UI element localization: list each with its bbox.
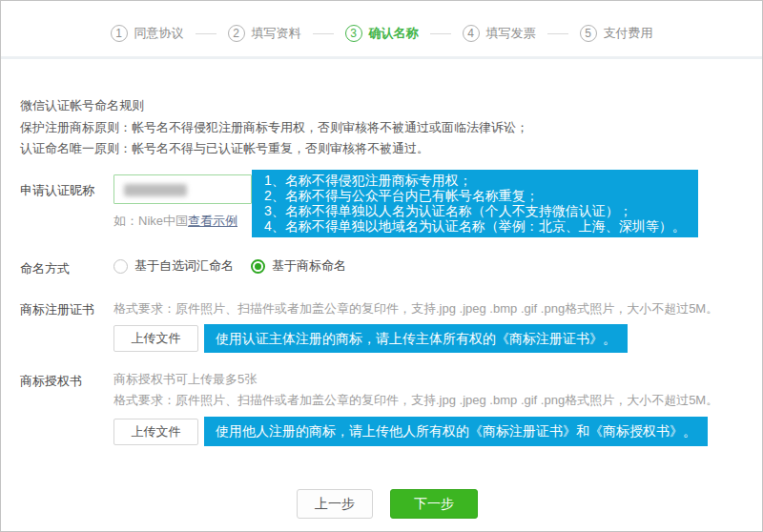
upload-authorization-button[interactable]: 上传文件	[113, 419, 198, 445]
nickname-hint: 如：Nike中国查看示例	[113, 213, 237, 230]
trademark-cert-format-requirements: 格式要求：原件照片、扫描件或者加盖公章的复印件，支持.jpg .jpeg .bm…	[113, 300, 718, 317]
nickname-blurred-value	[124, 184, 187, 196]
step-5-circle-icon: 5	[580, 25, 597, 42]
step-invoice: 4 填写发票	[463, 25, 536, 42]
authorization-format-requirements: 格式要求：原件照片、扫描件或者加盖公章的复印件，支持.jpg .jpeg .bm…	[113, 392, 718, 409]
step-separator	[196, 33, 217, 34]
radio-option-custom-words[interactable]: 基于自选词汇命名	[113, 257, 234, 275]
trademark-cert-label: 商标注册证书	[20, 301, 94, 318]
step-2-label: 填写资料	[252, 25, 301, 42]
radio-option-label: 基于商标命名	[272, 257, 346, 275]
nickname-input[interactable]	[113, 174, 252, 204]
step-confirm-name-active: 3 确认名称	[345, 25, 419, 42]
nickname-rule-2: 2、名称不得与公众平台内已有帐号名称重复；	[264, 188, 686, 203]
step-3-circle-icon: 3	[345, 25, 362, 42]
authorization-tooltip: 使用他人注册的商标，请上传他人所有权的《商标注册证书》和《商标授权书》。	[204, 417, 708, 446]
rule-unique-naming: 认证命名唯一原则：帐号名不得与已认证帐号重复，否则审核将不被通过。	[20, 140, 429, 157]
step-4-circle-icon: 4	[463, 25, 480, 42]
progress-stepper: 1 同意协议 2 填写资料 3 确认名称 4 填写发票 5 支付费用	[1, 25, 762, 42]
rules-title: 微信认证帐号命名规则	[20, 97, 144, 114]
step-1-label: 同意协议	[134, 25, 184, 42]
view-example-link[interactable]: 查看示例	[188, 214, 237, 228]
nickname-rule-4: 4、名称不得单独以地域名为认证名称（举例：北京、上海、深圳等）。	[264, 218, 686, 234]
step-fill-info: 2 填写资料	[228, 25, 301, 42]
previous-step-button[interactable]: 上一步	[297, 489, 373, 519]
step-separator	[547, 33, 568, 34]
radio-option-label: 基于自选词汇命名	[134, 257, 234, 275]
authorization-label: 商标授权书	[20, 373, 82, 390]
radio-unselected-icon	[113, 259, 128, 274]
nickname-rule-1: 1、名称不得侵犯注册商标专用权；	[264, 173, 686, 188]
step-2-circle-icon: 2	[228, 25, 245, 42]
nickname-field-label: 申请认证昵称	[20, 182, 94, 199]
step-4-label: 填写发票	[486, 25, 536, 42]
authorization-max-note: 商标授权书可上传最多5张	[113, 371, 257, 388]
nickname-hint-example: 如：Nike中国	[113, 214, 188, 228]
step-5-label: 支付费用	[604, 25, 653, 42]
radio-dot	[255, 263, 261, 270]
step-agree: 1 同意协议	[111, 25, 184, 42]
radio-option-trademark[interactable]: 基于商标命名	[251, 257, 346, 275]
nickname-rules-tooltip: 1、名称不得侵犯注册商标专用权； 2、名称不得与公众平台内已有帐号名称重复； 3…	[252, 170, 698, 237]
step-1-circle-icon: 1	[111, 25, 128, 42]
naming-method-label: 命名方式	[20, 260, 70, 277]
step-3-label: 确认名称	[369, 25, 419, 42]
header-divider	[1, 56, 762, 59]
nickname-rule-3: 3、名称不得单独以人名为认证名称（个人不支持微信认证）；	[264, 203, 686, 218]
upload-trademark-cert-button[interactable]: 上传文件	[113, 325, 198, 352]
step-separator	[313, 33, 334, 34]
wechat-verification-page: 1 同意协议 2 填写资料 3 确认名称 4 填写发票 5 支付费用 微信认证帐…	[0, 0, 763, 532]
rule-trademark-protection: 保护注册商标原则：帐号名不得侵犯注册商标专用权，否则审核将不被通过或面临法律诉讼…	[20, 119, 528, 136]
trademark-cert-tooltip: 使用认证主体注册的商标，请上传主体所有权的《商标注册证书》。	[204, 324, 628, 353]
next-step-button[interactable]: 下一步	[390, 489, 478, 519]
step-payment: 5 支付费用	[580, 25, 653, 42]
step-separator	[430, 33, 451, 34]
radio-selected-icon	[251, 259, 265, 274]
